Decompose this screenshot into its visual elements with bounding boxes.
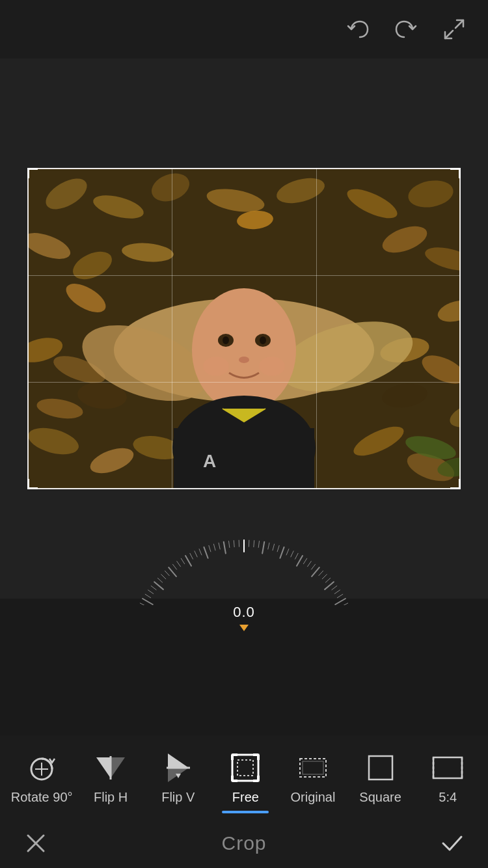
svg-rect-45 — [174, 428, 314, 489]
svg-line-58 — [157, 578, 162, 582]
svg-line-69 — [204, 547, 208, 558]
svg-line-96 — [325, 578, 330, 582]
svg-line-92 — [311, 564, 315, 569]
svg-line-100 — [337, 594, 342, 597]
photo-background: A — [27, 168, 461, 489]
redo-button[interactable] — [392, 15, 420, 44]
rotation-dial: /* generated below */ — [0, 527, 488, 605]
angle-section: 0.0 — [0, 599, 488, 657]
svg-line-54 — [145, 594, 150, 597]
flipv-icon — [161, 751, 195, 785]
expand-button[interactable] — [440, 15, 468, 44]
svg-line-74 — [229, 541, 230, 548]
tool-flipv-label: Flip V — [161, 790, 195, 805]
tool-flipv[interactable]: Flip V — [149, 751, 208, 805]
fliph-icon — [94, 751, 128, 785]
svg-line-81 — [262, 542, 264, 554]
svg-line-1 — [445, 31, 453, 38]
tool-free-label: Free — [232, 790, 259, 805]
svg-line-89 — [297, 556, 303, 566]
svg-rect-118 — [232, 755, 258, 781]
svg-line-93 — [312, 567, 319, 576]
svg-point-36 — [192, 288, 296, 412]
svg-line-95 — [322, 575, 327, 579]
svg-line-97 — [325, 582, 334, 590]
svg-line-73 — [224, 542, 226, 554]
svg-line-87 — [291, 551, 293, 557]
undo-button[interactable] — [344, 15, 372, 44]
image-area: A — [0, 59, 488, 599]
svg-line-94 — [319, 571, 323, 575]
svg-line-80 — [258, 541, 259, 548]
svg-line-88 — [295, 553, 298, 559]
svg-point-41 — [239, 357, 249, 363]
svg-rect-122 — [369, 756, 392, 780]
top-toolbar — [0, 0, 488, 59]
svg-rect-121 — [303, 761, 323, 774]
svg-marker-112 — [111, 757, 125, 778]
tool-fliph[interactable]: Flip H — [81, 751, 140, 805]
svg-line-68 — [199, 549, 202, 555]
svg-line-63 — [177, 562, 181, 567]
svg-line-79 — [254, 541, 254, 547]
free-icon — [228, 751, 262, 785]
svg-line-55 — [148, 590, 154, 594]
svg-point-40 — [260, 336, 266, 344]
active-indicator-bar — [222, 811, 269, 813]
svg-rect-123 — [433, 757, 462, 778]
tool-rotate90[interactable]: Rotate 90° — [11, 751, 73, 805]
tool-5-4-label: 5:4 — [439, 790, 457, 805]
svg-line-83 — [273, 544, 275, 550]
svg-line-86 — [286, 549, 289, 555]
svg-line-98 — [332, 586, 337, 590]
svg-line-61 — [169, 567, 176, 576]
svg-line-65 — [185, 556, 191, 566]
free-active-indicator — [0, 810, 488, 814]
svg-marker-114 — [168, 753, 189, 768]
angle-indicator-arrow — [239, 625, 249, 631]
5-4-icon — [431, 751, 465, 785]
svg-point-42 — [203, 357, 229, 376]
svg-line-91 — [308, 562, 312, 567]
svg-marker-111 — [96, 757, 111, 778]
crop-container[interactable]: A — [27, 168, 461, 489]
bottom-tools: Rotate 90° Flip H Flip V — [0, 735, 488, 820]
bottom-bar: Crop — [0, 819, 488, 868]
rotate90-icon — [25, 751, 59, 785]
tool-original-label: Original — [291, 790, 336, 805]
svg-line-64 — [181, 558, 184, 563]
svg-line-75 — [234, 541, 234, 547]
svg-line-82 — [268, 543, 269, 549]
svg-line-59 — [161, 575, 166, 579]
svg-point-43 — [259, 357, 285, 376]
svg-line-72 — [219, 543, 220, 549]
crop-title: Crop — [221, 832, 266, 854]
tool-free[interactable]: Free — [216, 751, 275, 805]
svg-rect-119 — [237, 760, 253, 776]
svg-line-84 — [277, 545, 279, 552]
svg-line-90 — [303, 558, 306, 563]
svg-text:A: A — [203, 451, 216, 471]
svg-line-60 — [165, 571, 169, 575]
svg-line-66 — [190, 553, 193, 559]
tool-5-4[interactable]: 5:4 — [418, 751, 477, 805]
angle-value: 0.0 — [233, 604, 255, 621]
tool-original[interactable]: Original — [284, 751, 342, 805]
svg-line-57 — [154, 582, 163, 590]
confirm-button[interactable] — [436, 827, 468, 860]
svg-line-71 — [213, 544, 215, 550]
tool-square[interactable]: Square — [351, 751, 410, 805]
square-icon — [364, 751, 398, 785]
original-icon — [296, 751, 330, 785]
svg-line-56 — [151, 586, 156, 590]
svg-line-99 — [334, 590, 340, 594]
tool-square-label: Square — [359, 790, 401, 805]
svg-line-70 — [209, 545, 211, 552]
svg-line-67 — [195, 551, 197, 557]
svg-line-85 — [280, 547, 284, 558]
cancel-button[interactable] — [20, 827, 52, 860]
tool-fliph-label: Flip H — [94, 790, 128, 805]
svg-point-39 — [223, 336, 229, 344]
svg-line-0 — [455, 20, 463, 28]
svg-line-62 — [172, 564, 176, 569]
